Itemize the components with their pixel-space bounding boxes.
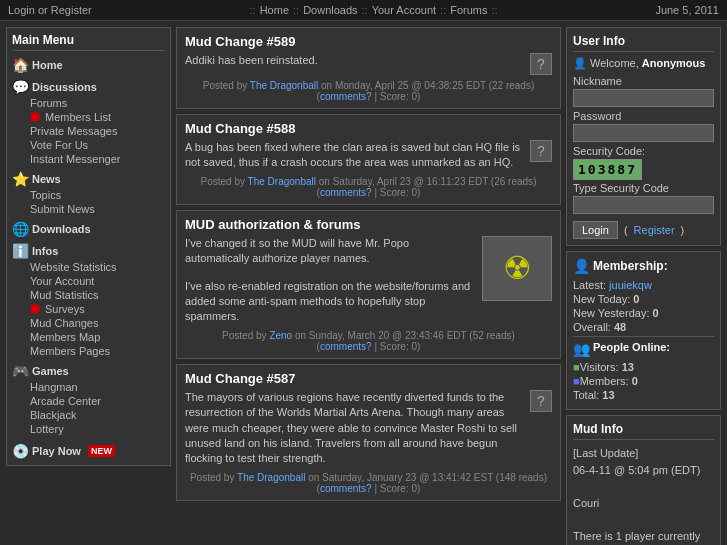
sidebar-item-games[interactable]: 🎮 Games: [12, 362, 165, 380]
sidebar-link-forums[interactable]: Forums: [30, 96, 165, 110]
news-reads-mud-auth: 52 reads: [473, 330, 512, 341]
top-nav-home[interactable]: Home: [260, 4, 289, 16]
news-author-589[interactable]: The Dragonball: [250, 80, 318, 91]
sidebar-playnow-label[interactable]: Play Now: [32, 445, 81, 457]
membership-new-yesterday-val: 0: [653, 307, 659, 319]
sidebar-link-members-list[interactable]: Members List: [30, 110, 165, 124]
top-nav-forums[interactable]: Forums: [450, 4, 487, 16]
sidebar-item-infos[interactable]: ℹ️ Infos: [12, 242, 165, 260]
top-nav-sep2: ::: [293, 4, 299, 16]
user-info-icon: 👤: [573, 57, 587, 69]
top-nav-separator: ::: [250, 4, 256, 16]
sidebar-link-mud-changes[interactable]: Mud Changes: [30, 316, 165, 330]
password-label: Password: [573, 110, 714, 122]
news-body-588: A bug has been fixed where the clan area…: [185, 140, 524, 171]
sidebar-link-submit-news[interactable]: Submit News: [30, 202, 165, 216]
news-author-587[interactable]: The Dragonball: [237, 472, 305, 483]
login-register-link[interactable]: Login or Register: [8, 4, 92, 16]
news-title-588[interactable]: Mud Change #588: [185, 121, 552, 136]
visitors-dot: ■: [573, 361, 580, 373]
top-nav: :: Home :: Downloads :: Your Account :: …: [250, 4, 498, 16]
sidebar-link-members-pages[interactable]: Members Pages: [30, 344, 165, 358]
sidebar-item-downloads[interactable]: 🌐 Downloads: [12, 220, 165, 238]
sidebar-item-news[interactable]: ⭐ News: [12, 170, 165, 188]
nickname-label: Nickname: [573, 75, 714, 87]
sidebar-discussions-label[interactable]: Discussions: [32, 81, 97, 93]
visitors-label: Visitors:: [580, 361, 619, 373]
news-reads-587: 148 reads: [499, 472, 543, 483]
mud-name: Couri: [573, 495, 714, 512]
register-paren-close: ): [681, 224, 685, 236]
membership-new-today: New Today: 0: [573, 293, 714, 305]
login-button[interactable]: Login: [573, 221, 618, 239]
sidebar-link-website-stats[interactable]: Website Statistics: [30, 260, 165, 274]
news-title-mud-auth[interactable]: MUD authorization & forums: [185, 217, 552, 232]
sidebar-title: Main Menu: [12, 33, 165, 51]
membership-latest-user[interactable]: juuiekqw: [609, 279, 652, 291]
home-icon: 🏠: [12, 57, 28, 73]
surveys-icon: [30, 304, 40, 314]
register-link[interactable]: Register: [634, 224, 675, 236]
news-title-589[interactable]: Mud Change #589: [185, 34, 552, 49]
top-nav-downloads[interactable]: Downloads: [303, 4, 357, 16]
security-code-display: 103887: [573, 159, 642, 180]
news-title-587[interactable]: Mud Change #587: [185, 371, 552, 386]
nickname-input[interactable]: [573, 89, 714, 107]
news-comments-589[interactable]: comments?: [320, 91, 372, 102]
news-comments-mud-auth[interactable]: comments?: [320, 341, 372, 352]
sidebar-home-label[interactable]: Home: [32, 59, 63, 71]
membership-icon: 👤: [573, 258, 590, 274]
top-nav-account[interactable]: Your Account: [372, 4, 436, 16]
news-score-588: 0: [411, 187, 417, 198]
mud-info-content: [Last Update] 06-4-11 @ 5:04 pm (EDT) Co…: [573, 445, 714, 544]
news-meta-587: Posted by The Dragonball on Saturday, Ja…: [185, 472, 552, 494]
people-online-icon: 👥: [573, 341, 590, 357]
news-meta-589: Posted by The Dragonball on Monday, Apri…: [185, 80, 552, 102]
news-author-588[interactable]: The Dragonball: [248, 176, 316, 187]
sidebar-link-vote[interactable]: Vote For Us: [30, 138, 165, 152]
news-item-588: Mud Change #588 A bug has been fixed whe…: [176, 114, 561, 205]
games-icon: 🎮: [12, 363, 28, 379]
sidebar-link-lottery[interactable]: Lottery: [30, 422, 165, 436]
sidebar-item-discussions[interactable]: 💬 Discussions: [12, 78, 165, 96]
members-list-icon: [30, 112, 40, 122]
password-input[interactable]: [573, 124, 714, 142]
news-date-mud-auth: Sunday, March 20 @ 23:43:46 EDT: [309, 330, 467, 341]
sidebar-section-main: Main Menu 🏠 Home 💬 Discussions Forums Me…: [6, 27, 171, 466]
news-score-589: 0: [411, 91, 417, 102]
top-bar: Login or Register :: Home :: Downloads :…: [0, 0, 727, 21]
sidebar-item-playnow[interactable]: 💿 Play Now NEW: [12, 442, 165, 460]
sidebar-item-home[interactable]: 🏠 Home: [12, 56, 165, 74]
sidebar-link-members-map[interactable]: Members Map: [30, 330, 165, 344]
login-register-text[interactable]: Login or Register: [8, 4, 92, 16]
news-body-mud-auth-2: I've also re-enabled registration on the…: [185, 280, 470, 323]
sidebar-link-blackjack[interactable]: Blackjack: [30, 408, 165, 422]
infos-icon: ℹ️: [12, 243, 28, 259]
news-author-mud-auth[interactable]: Zeno: [269, 330, 292, 341]
sidebar-news-label[interactable]: News: [32, 173, 61, 185]
sidebar-link-im[interactable]: Instant Messenger: [30, 152, 165, 166]
sidebar-link-topics[interactable]: Topics: [30, 188, 165, 202]
security-code-input[interactable]: [573, 196, 714, 214]
news-comments-588[interactable]: comments?: [320, 187, 372, 198]
news-date-587: Saturday, January 23 @ 13:41:42 EST: [322, 472, 493, 483]
sidebar-link-your-account[interactable]: Your Account: [30, 274, 165, 288]
top-nav-sep5: ::: [492, 4, 498, 16]
news-score-mud-auth: 0: [411, 341, 417, 352]
membership-overall-val: 48: [614, 321, 626, 333]
sidebar-downloads-label[interactable]: Downloads: [32, 223, 91, 235]
sidebar-link-surveys[interactable]: Surveys: [30, 302, 165, 316]
news-comments-587[interactable]: comments?: [320, 483, 372, 494]
sidebar-link-arcade[interactable]: Arcade Center: [30, 394, 165, 408]
sidebar-link-private-messages[interactable]: Private Messages: [30, 124, 165, 138]
sidebar-news-sub: Topics Submit News: [12, 188, 165, 216]
sidebar-link-mud-stats[interactable]: Mud Statistics: [30, 288, 165, 302]
sidebar: Main Menu 🏠 Home 💬 Discussions Forums Me…: [6, 27, 171, 545]
register-paren: (: [624, 224, 628, 236]
sidebar-games-label[interactable]: Games: [32, 365, 69, 377]
visitors-val: 13: [622, 361, 634, 373]
sidebar-infos-label[interactable]: Infos: [32, 245, 58, 257]
sidebar-link-hangman[interactable]: Hangman: [30, 380, 165, 394]
question-icon-589: ?: [530, 53, 552, 75]
news-item-587: Mud Change #587 The mayors of various re…: [176, 364, 561, 501]
